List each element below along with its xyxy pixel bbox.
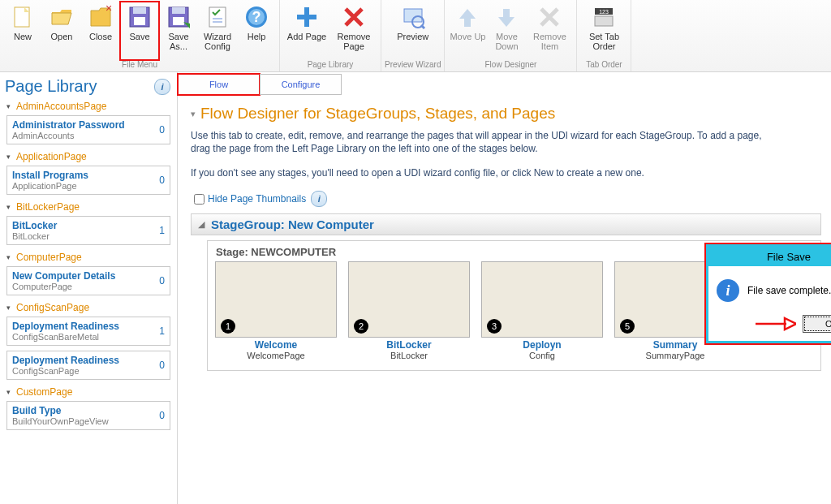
- tab-configure[interactable]: Configure: [260, 74, 342, 95]
- tab-flow[interactable]: Flow: [178, 74, 260, 95]
- section-desc2: If you don't see any stages, you'll need…: [191, 166, 775, 179]
- thumbnail-number: 3: [487, 319, 502, 334]
- svg-rect-7: [172, 7, 185, 14]
- ribbon-group-pagelib: Add Page Remove Page Page Library: [280, 0, 381, 71]
- svg-rect-24: [595, 16, 613, 26]
- library-card[interactable]: Administrator PasswordAdminAccounts0: [6, 115, 170, 144]
- thumbnail-title: Welcome: [255, 339, 297, 351]
- library-card[interactable]: Install ProgramsApplicationPage0: [6, 166, 170, 195]
- new-file-icon: [10, 4, 36, 30]
- ribbon-group-preview: Preview Preview Wizard: [381, 0, 445, 71]
- library-card[interactable]: BitLockerBitLocker1: [6, 216, 170, 245]
- section-heading: ▾Flow Designer for StageGroups, Stages, …: [191, 105, 821, 123]
- stage-page-thumb[interactable]: 3DeploynConfig: [482, 261, 602, 360]
- preview-button[interactable]: Preview: [390, 2, 437, 60]
- library-card[interactable]: New Computer DetailsComputerPage0: [6, 266, 170, 295]
- thumbnail-number: 1: [221, 319, 235, 334]
- library-card[interactable]: Deployment ReadinessConfigScanPage0: [6, 351, 170, 380]
- thumbnail-sub: BitLocker: [390, 351, 428, 360]
- ribbon-group-label: Preview Wizard: [385, 60, 441, 71]
- save-button[interactable]: Save: [120, 2, 159, 60]
- library-card-title: New Computer Details: [12, 270, 115, 282]
- help-button[interactable]: ?Help: [237, 2, 276, 60]
- svg-marker-22: [498, 9, 515, 27]
- open-button[interactable]: Open: [42, 2, 81, 60]
- thumbnail-title: BitLocker: [386, 339, 431, 351]
- library-card[interactable]: Deployment ReadinessConfigScanBareMetal1: [6, 317, 170, 346]
- chevron-down-icon: ▾: [6, 253, 15, 261]
- thumbnail-image: 1: [215, 261, 337, 338]
- chevron-down-icon: ▾: [6, 102, 15, 110]
- remove-page-button[interactable]: Remove Page: [330, 2, 377, 60]
- info-icon[interactable]: i: [311, 191, 327, 207]
- stagegroup-title: StageGroup: New Computer: [211, 218, 374, 231]
- plus-icon: [294, 4, 320, 30]
- library-card-title: Install Programs: [12, 170, 88, 181]
- library-card-sub: ApplicationPage: [12, 181, 88, 191]
- thumbnail-number: 2: [354, 319, 368, 334]
- section-desc: Use this tab to create, edit, remove, an…: [191, 129, 775, 155]
- svg-marker-27: [785, 318, 796, 330]
- library-category[interactable]: ▾ApplicationPage: [3, 149, 174, 164]
- stage-page-thumb[interactable]: 2BitLockerBitLocker: [349, 261, 469, 360]
- library-card[interactable]: Build TypeBuildYourOwnPageView0: [6, 401, 170, 430]
- library-card-sub: ComputerPage: [12, 282, 115, 291]
- library-card-count: 1: [159, 225, 165, 236]
- library-category[interactable]: ▾AdminAccountsPage: [3, 99, 174, 114]
- library-category[interactable]: ▾ConfigScanPage: [3, 300, 174, 315]
- chevron-down-icon: ▾: [6, 203, 15, 211]
- library-card-sub: BuildYourOwnPageView: [12, 416, 109, 426]
- main-area: Flow Configure ▾Flow Designer for StageG…: [178, 72, 831, 504]
- svg-rect-8: [173, 17, 184, 25]
- library-category[interactable]: ▾BitLockerPage: [3, 200, 174, 214]
- preview-icon: [400, 4, 426, 30]
- library-card-title: Build Type: [12, 405, 109, 416]
- page-library-title: Page Library: [5, 77, 97, 96]
- thumbnail-title: Deployn: [523, 339, 561, 351]
- library-category[interactable]: ▾CustomPage: [3, 385, 174, 399]
- ribbon-group-label: Tab Order: [586, 60, 622, 71]
- stagegroup-bar[interactable]: ◢ StageGroup: New Computer: [191, 213, 821, 235]
- dialog-titlebar[interactable]: File Save ✕: [708, 247, 831, 266]
- move-up-button: Move Up: [448, 2, 487, 60]
- thumbnail-number: 5: [620, 319, 635, 334]
- move-down-button: Move Down: [487, 2, 526, 60]
- ribbon-group-label: File Menu: [122, 60, 157, 71]
- help-icon: ?: [243, 4, 269, 30]
- library-card-title: Deployment Readiness: [12, 321, 119, 332]
- file-save-dialog-highlight: File Save ✕ i File save complete. OK: [704, 243, 831, 345]
- chevron-down-icon[interactable]: ▾: [191, 109, 196, 119]
- section-heading-text: Flow Designer for StageGroups, Stages, a…: [200, 105, 555, 123]
- page-library-list[interactable]: ▾AdminAccountsPageAdministrator Password…: [0, 99, 177, 504]
- library-card-count: 0: [159, 360, 165, 371]
- library-card-count: 0: [159, 174, 165, 186]
- remove-item-button: Remove Item: [526, 2, 573, 60]
- hide-thumbnails-checkbox[interactable]: [194, 194, 205, 205]
- ribbon-group-tab: 123Set Tab Order Tab Order: [577, 0, 631, 71]
- x-icon: [536, 4, 562, 30]
- library-category[interactable]: ▾ComputerPage: [3, 250, 174, 265]
- svg-text:×: ×: [105, 4, 112, 15]
- info-icon: i: [717, 279, 739, 302]
- set-tab-order-button[interactable]: 123Set Tab Order: [580, 2, 627, 60]
- library-card-count: 0: [159, 275, 165, 286]
- wizard-config-button[interactable]: Wizard Config: [198, 2, 237, 60]
- new-button[interactable]: New: [3, 2, 42, 60]
- svg-line-20: [421, 25, 424, 28]
- save-as-button[interactable]: Save As...: [159, 2, 198, 60]
- thumbnail-sub: SummaryPage: [646, 351, 705, 360]
- ok-button[interactable]: OK: [803, 315, 831, 333]
- close-button[interactable]: ×Close: [81, 2, 120, 60]
- hide-thumbnails-label: Hide Page Thumbnails: [208, 193, 306, 205]
- add-page-button[interactable]: Add Page: [283, 2, 330, 60]
- ribbon-group-label: Page Library: [308, 60, 354, 71]
- stage-page-thumb[interactable]: 1WelcomeWelcomePage: [216, 261, 336, 360]
- arrow-down-icon: [493, 4, 519, 30]
- info-icon[interactable]: i: [154, 79, 170, 95]
- ribbon-group-label: Flow Designer: [485, 60, 537, 71]
- svg-rect-4: [133, 7, 146, 14]
- chevron-down-icon[interactable]: ◢: [198, 219, 205, 230]
- library-card-sub: BitLocker: [12, 231, 57, 241]
- page-library-panel: Page Library i ▾AdminAccountsPageAdminis…: [0, 72, 178, 504]
- library-card-count: 1: [159, 325, 165, 337]
